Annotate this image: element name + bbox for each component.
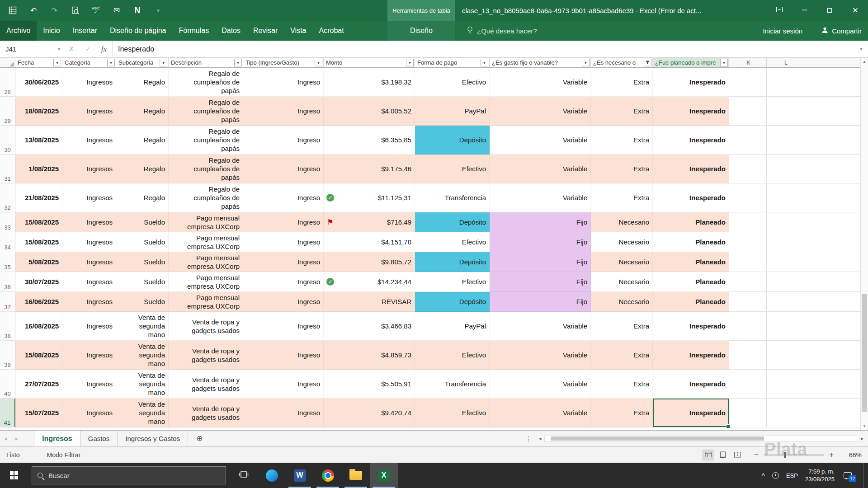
cell-descripcion-r29[interactable]: Regalo de cumpleaños de papás [169,97,243,126]
cell-necesario-r29[interactable]: Extra [591,97,653,126]
undo-icon[interactable]: ↶ [29,6,38,15]
cell-monto-r35[interactable]: $9.805,72 [324,252,415,272]
row-header-29[interactable]: 29 [0,97,15,126]
cell-fijo-r40[interactable]: Variable [490,370,591,399]
cell-planeado-r32[interactable]: Inesperado [653,183,729,212]
cell-tipo-r39[interactable]: Ingreso [243,341,324,370]
filter-dropdown-icon[interactable]: ▾ [160,59,167,66]
cell-necesario-r41[interactable]: Extra [591,399,653,427]
cell-k34[interactable] [729,232,767,252]
insert-function-icon[interactable]: fx [96,45,112,54]
row-header-39[interactable]: 39 [0,341,15,370]
column-header-k[interactable]: K [729,58,767,67]
cell-subcategoria-r39[interactable]: Venta de segunda mano [116,341,169,370]
cell-necesario-r39[interactable]: Extra [591,341,653,370]
cell-empty[interactable] [804,292,860,312]
cell-categoria-r40[interactable]: Ingresos [62,370,116,399]
cell-subcategoria-r40[interactable]: Venta de segunda mano [116,370,169,399]
cell-k31[interactable] [729,155,767,183]
cell-empty[interactable] [804,183,860,212]
cell-monto-r38[interactable]: $3.466,83 [324,312,415,341]
cell-subcategoria-r35[interactable]: Sueldo [116,252,169,272]
cell-subcategoria-r41[interactable]: Venta de segunda mano [116,399,169,427]
cell-necesario-r31[interactable]: Extra [591,155,653,183]
language-indicator[interactable]: ESP [786,472,798,479]
row-header-28[interactable]: 28 [0,68,15,97]
cell-fijo-r36[interactable]: Fijo [490,272,591,292]
row-header-37[interactable]: 37 [0,292,15,312]
filter-dropdown-icon[interactable]: ▾ [582,59,590,66]
cell-l39[interactable] [767,341,804,370]
cell-l40[interactable] [767,370,804,399]
cell-k32[interactable] [729,183,767,212]
cell-planeado-r28[interactable]: Inesperado [653,68,729,97]
row-header-33[interactable]: 33 [0,212,15,232]
zoom-slider[interactable] [762,450,826,460]
column-header-categor-a[interactable]: Categoría▾ [62,58,116,67]
taskbar-clock[interactable]: 7:59 p. m. 23/08/2025 [805,468,835,483]
cell-planeado-r39[interactable]: Inesperado [653,341,729,370]
cell-necesario-r33[interactable]: Necesario [591,212,653,232]
row-header-35[interactable]: 35 [0,252,15,272]
filter-applied-icon[interactable] [644,59,651,66]
cell-necesario-r34[interactable]: Necesario [591,232,653,252]
cell-monto-r28[interactable]: $3.198,32 [324,68,415,97]
cell-fijo-r31[interactable]: Variable [490,155,591,183]
cell-descripcion-r33[interactable]: Pago mensual empresa UXCorp [169,212,243,232]
notification-button[interactable]: 12 [844,472,852,479]
cell-empty[interactable] [804,252,860,272]
cell-descripcion-r35[interactable]: Pago mensual empresa UXCorp [169,252,243,272]
cell-fecha-r30[interactable]: 13/08/2025 [15,126,62,155]
show-desktop-button[interactable] [863,463,867,488]
cell-descripcion-r34[interactable]: Pago mensual empresa UXCorp [169,232,243,252]
tab-insertar[interactable]: Insertar [66,21,104,41]
cell-forma-r34[interactable]: Efectivo [415,232,490,252]
cell-l28[interactable] [767,68,804,97]
cell-descripcion-r36[interactable]: Pago mensual empresa UXCorp [169,272,243,292]
cell-k40[interactable] [729,370,767,399]
cell-monto-r37[interactable]: REVISAR [324,292,415,312]
cell-l30[interactable] [767,126,804,155]
excel-app-icon[interactable] [8,6,17,14]
cell-empty[interactable] [804,312,860,341]
taskbar-app-edge[interactable] [258,463,286,488]
cell-fecha-r39[interactable]: 15/08/2025 [15,341,62,370]
filter-dropdown-icon[interactable]: ▾ [53,59,61,66]
cell-forma-r30[interactable]: Depósito [415,126,490,155]
taskbar-app-explorer[interactable] [342,463,370,488]
cell-k33[interactable] [729,212,767,232]
filter-dropdown-icon[interactable]: ▾ [406,59,414,66]
formula-bar-expand-icon[interactable]: ▾ [854,41,868,57]
cell-tipo-r30[interactable]: Ingreso [243,126,324,155]
cell-necesario-r38[interactable]: Extra [591,312,653,341]
onenote-icon[interactable]: N [133,6,142,15]
filter-dropdown-icon[interactable]: ▾ [481,59,488,66]
cell-necesario-r36[interactable]: Necesario [591,272,653,292]
column-header-tipo-ingreso-gasto[interactable]: Tipo (Ingreso/Gasto)▾ [243,58,324,67]
cell-planeado-r35[interactable]: Planeado [653,252,729,272]
cell-forma-r39[interactable]: Efectivo [415,341,490,370]
name-box-dropdown-icon[interactable]: ▾ [58,47,60,52]
cell-fecha-r31[interactable]: 1/08/2025 [15,155,62,183]
zoom-level[interactable]: 66% [836,451,862,459]
cell-categoria-r38[interactable]: Ingresos [62,312,116,341]
cell-monto-r30[interactable]: $6.355,85 [324,126,415,155]
cell-planeado-r38[interactable]: Inesperado [653,312,729,341]
ribbon-display-options-button[interactable] [767,0,792,21]
tab-acrobat[interactable]: Acrobat [313,21,350,41]
cell-descripcion-r28[interactable]: Regalo de cumpleaños de papás [169,68,243,97]
vertical-scrollbar[interactable]: ▲ ▼ [860,58,868,430]
cell-categoria-r41[interactable]: Ingresos [62,399,116,427]
tray-expand-icon[interactable]: ^ [762,472,765,479]
row-header-34[interactable]: 34 [0,232,15,252]
cell-fecha-r34[interactable]: 15/08/2025 [15,232,62,252]
cell-fijo-r33[interactable]: Fijo [490,212,591,232]
cell-categoria-r33[interactable]: Ingresos [62,212,116,232]
cell-empty[interactable] [804,370,860,399]
qat-dropdown-icon[interactable]: ▾ [154,8,163,14]
column-header-es-necesario-o[interactable]: ¿Es necesario o [591,58,653,67]
cell-forma-r40[interactable]: Transferencia [415,370,490,399]
cell-forma-r35[interactable]: Depósito [415,252,490,272]
cell-l29[interactable] [767,97,804,126]
cell-monto-r31[interactable]: $9.175,46 [324,155,415,183]
